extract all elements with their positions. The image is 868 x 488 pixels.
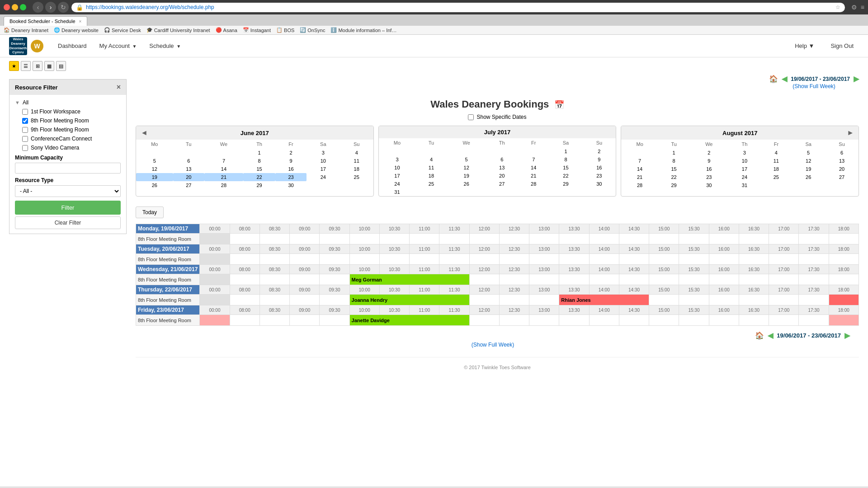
bottom-show-full-week-link[interactable]: (Show Full Week): [136, 342, 850, 348]
event-janette-davidge[interactable]: Janette Davidge: [349, 315, 469, 326]
minimize-btn[interactable]: [12, 4, 18, 10]
maximize-btn[interactable]: [20, 4, 26, 10]
prev-date-arrow[interactable]: ◀: [782, 75, 787, 83]
bookmark-bos[interactable]: 📋 BOS: [276, 27, 294, 33]
bookmark-cardiff[interactable]: 🎓 Cardiff University Intranet: [146, 27, 210, 33]
filter-all-label: All: [23, 99, 28, 106]
left-panel: Resource Filter × ▼ All 1st Floor Worksp…: [9, 75, 127, 377]
page-title-section: Wales Deanery Bookings 📅: [136, 91, 859, 114]
next-date-arrow[interactable]: ▶: [854, 75, 859, 83]
tab-bar: Booked Scheduler - Schedule ×: [0, 14, 868, 26]
min-capacity-label: Minimum Capacity: [15, 155, 121, 161]
day-row-friday: Friday, 23/06/2017 00:00 08:00 08:30 09:…: [136, 305, 859, 315]
filter-all-row: ▼ All: [15, 99, 121, 106]
view-icon-list[interactable]: ☰: [21, 61, 31, 71]
filter-resource-3: ConferenceCam Connect: [22, 136, 121, 142]
show-full-week-link[interactable]: (Show Full Week): [769, 83, 859, 89]
footer-text: © 2017 Twinkle Toes Software: [464, 365, 531, 370]
filter-title: Resource Filter: [15, 84, 58, 91]
filter-checkbox-2[interactable]: [22, 127, 28, 133]
calendar-icon: 📅: [554, 100, 564, 109]
bookmark-instagant[interactable]: 📅 Instagant: [243, 27, 271, 33]
back-button[interactable]: ‹: [33, 2, 43, 13]
filter-checkbox-1[interactable]: [22, 118, 28, 124]
filter-label-0[interactable]: 1st Floor Workspace: [31, 108, 80, 115]
filter-resources-list: 1st Floor Workspace 8th Floor Meeting Ro…: [15, 108, 121, 151]
min-capacity-input[interactable]: [15, 163, 121, 174]
url-text: https://bookings.walesdeanery.org/Web/sc…: [86, 4, 833, 10]
tab-close-icon[interactable]: ×: [79, 19, 82, 24]
cal-next-august[interactable]: ►: [847, 129, 854, 137]
show-dates-row: Show Specific Dates: [136, 114, 859, 120]
room-row-wednesday-8th: 8th Floor Meeting Room Meg Gorman: [136, 274, 859, 285]
today-button[interactable]: Today: [136, 206, 164, 218]
filter-label-3[interactable]: ConferenceCam Connect: [31, 136, 92, 142]
date-nav-block: 🏠 ◀ 19/06/2017 - 23/06/2017 ▶ (Show Full…: [769, 75, 859, 89]
day-header-monday: Monday, 19/06/2017: [136, 224, 200, 234]
room-row-thursday-8th: 8th Floor Meeting Room Joanna Hendry Rhi…: [136, 295, 859, 305]
bottom-home-icon[interactable]: 🏠: [755, 331, 764, 340]
mini-calendar-june: ◄ June 2017 MoTuWeThFrSaSu 1234 56789101: [136, 126, 374, 197]
menu-btn[interactable]: ≡: [861, 4, 864, 11]
filter-body: ▼ All 1st Floor Workspace 8th Floor Meet…: [9, 95, 126, 234]
sign-out-button[interactable]: Sign Out: [825, 40, 859, 52]
bottom-prev-arrow[interactable]: ◀: [768, 331, 773, 340]
bookmark-module-info[interactable]: ℹ️ Module information – Inf…: [330, 27, 396, 33]
clear-filter-button[interactable]: Clear Filter: [15, 216, 121, 229]
event-rhian-jones[interactable]: Rhian Jones: [559, 295, 649, 305]
bookmark-service-desk[interactable]: 🎧 Service Desk: [104, 27, 141, 33]
nav-schedule[interactable]: Schedule ▼: [144, 40, 186, 52]
extensions-btn[interactable]: ⚙: [851, 4, 857, 11]
nav-my-account[interactable]: My Account ▼: [94, 40, 142, 52]
help-button[interactable]: Help ▼: [789, 40, 820, 52]
filter-label-2[interactable]: 9th Floor Meeting Room: [31, 127, 89, 133]
bottom-date-range: 19/06/2017 - 23/06/2017: [777, 332, 841, 339]
day-header-friday: Friday, 23/06/2017: [136, 305, 200, 315]
filter-resource-0: 1st Floor Workspace: [22, 108, 121, 115]
filter-resource-2: 9th Floor Meeting Room: [22, 127, 121, 133]
mini-calendar-july: July 2017 MoTuWeThFrSaSu 12 3456789 1011…: [378, 126, 617, 197]
room-label-tuesday: 8th Floor Meeting Room: [136, 254, 200, 265]
nav-right: Help ▼ Sign Out: [789, 40, 859, 52]
room-label-monday: 8th Floor Meeting Room: [136, 234, 200, 244]
top-date-nav: 🏠 ◀ 19/06/2017 - 23/06/2017 ▶ (Show Full…: [136, 75, 859, 89]
nav-dashboard[interactable]: Dashboard: [52, 40, 92, 52]
bottom-next-arrow[interactable]: ▶: [844, 331, 850, 340]
day-row-thursday: Thursday, 22/06/2017 00:00 08:00 08:30 0…: [136, 285, 859, 295]
show-specific-dates-checkbox[interactable]: [468, 114, 474, 120]
room-row-monday-8th: 8th Floor Meeting Room: [136, 234, 859, 244]
view-icon-calendar-month[interactable]: ▤: [56, 61, 66, 71]
bookmark-deanery-website[interactable]: 🌐 Deanery website: [54, 27, 99, 33]
filter-button[interactable]: Filter: [15, 201, 121, 215]
resource-type-select[interactable]: - All -: [15, 185, 121, 197]
view-icon-calendar-week[interactable]: ▦: [44, 61, 54, 71]
bookmark-asana[interactable]: 🔴 Asana: [216, 27, 237, 33]
event-meg-gorman[interactable]: Meg Gorman: [349, 274, 469, 285]
show-specific-dates-label[interactable]: Show Specific Dates: [476, 114, 526, 120]
filter-label-1[interactable]: 8th Floor Meeting Room: [31, 117, 89, 124]
address-bar[interactable]: 🔒 https://bookings.walesdeanery.org/Web/…: [71, 3, 845, 12]
footer: © 2017 Twinkle Toes Software: [136, 357, 859, 377]
bookmark-deanery-intranet[interactable]: 🏠 Deanery Intranet: [4, 27, 48, 33]
filter-checkbox-0[interactable]: [22, 109, 28, 115]
filter-checkbox-4[interactable]: [22, 145, 28, 151]
view-icon-grid[interactable]: ⊞: [33, 61, 42, 71]
home-icon[interactable]: 🏠: [769, 75, 778, 83]
filter-close-icon[interactable]: ×: [117, 83, 121, 91]
event-joanna-hendry[interactable]: Joanna Hendry: [349, 295, 469, 305]
filter-header: Resource Filter ×: [9, 80, 126, 95]
schedule-table: Monday, 19/06/2017 00:00 08:00 08:30 09:…: [136, 224, 859, 326]
close-btn[interactable]: [4, 4, 10, 10]
filter-checkbox-3[interactable]: [22, 136, 28, 142]
forward-button[interactable]: ›: [45, 2, 56, 13]
room-label-thursday: 8th Floor Meeting Room: [136, 295, 200, 305]
reload-button[interactable]: ↻: [58, 2, 69, 13]
filter-label-4[interactable]: Sony Video Camera: [31, 145, 79, 151]
bookmark-onsync[interactable]: 🔄 OnSync: [300, 27, 325, 33]
active-tab[interactable]: Booked Scheduler - Schedule ×: [4, 16, 87, 26]
day-header-wednesday: Wednesday, 21/06/2017: [136, 265, 200, 274]
view-icon-star[interactable]: ★: [9, 61, 19, 71]
mini-cal-header-june: ◄ June 2017: [136, 126, 373, 140]
cal-prev-june[interactable]: ◄: [141, 129, 148, 137]
schedule-table-wrap: Monday, 19/06/2017 00:00 08:00 08:30 09:…: [136, 224, 859, 326]
